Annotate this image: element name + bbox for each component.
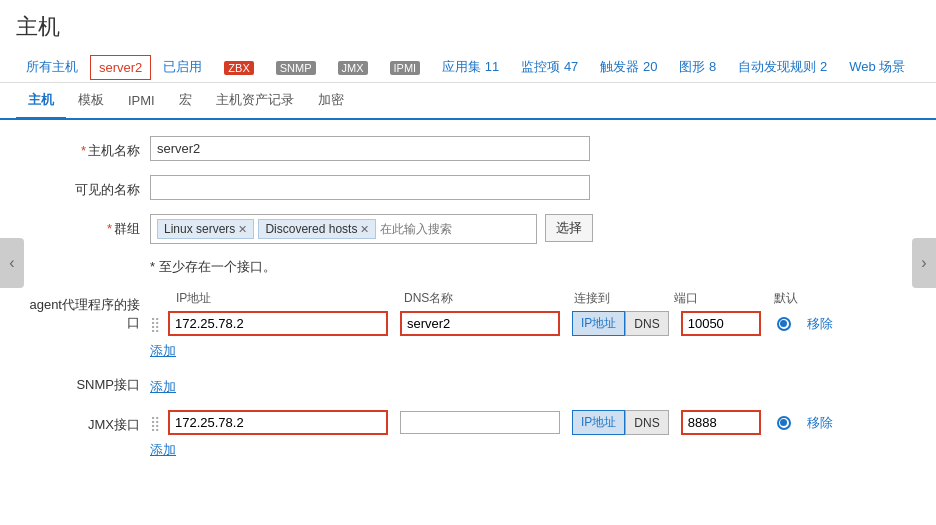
monitor-count: 47 bbox=[564, 59, 578, 74]
group-field[interactable]: Linux servers ✕ Discovered hosts ✕ bbox=[150, 214, 537, 244]
group-label: *群组 bbox=[20, 214, 150, 238]
discovery-count: 2 bbox=[820, 59, 827, 74]
snmp-interface-section: SNMP接口 添加 bbox=[20, 376, 916, 396]
hostname-input[interactable] bbox=[150, 136, 590, 161]
agent-interface-row: ⣿ IP地址 DNS bbox=[150, 311, 916, 336]
agent-connect-ip-btn[interactable]: IP地址 bbox=[572, 311, 625, 336]
jmx-badge: JMX bbox=[338, 61, 368, 75]
agent-interface-section: agent代理程序的接口 IP地址 DNS名称 连接到 端口 默认 ⣿ bbox=[20, 290, 916, 360]
jmx-add-link[interactable]: 添加 bbox=[150, 441, 176, 459]
apps-label: 应用集 bbox=[442, 59, 481, 74]
jmx-interface-section: JMX接口 ⣿ IP地址 DNS bbox=[20, 410, 916, 459]
jmx-port-input[interactable] bbox=[681, 410, 761, 435]
jmx-ip-input[interactable] bbox=[168, 410, 388, 435]
chevron-right-icon: › bbox=[921, 254, 926, 272]
visible-name-label: 可见的名称 bbox=[20, 175, 150, 199]
agent-default-radio-inner bbox=[780, 320, 787, 327]
col-header-dns: DNS名称 bbox=[404, 290, 574, 307]
jmx-connect-ip-btn[interactable]: IP地址 bbox=[572, 410, 625, 435]
agent-interface-label: agent代理程序的接口 bbox=[20, 290, 150, 332]
group-row: *群组 Linux servers ✕ Discovered hosts ✕ 选… bbox=[20, 214, 916, 244]
group-tag-linux-remove[interactable]: ✕ bbox=[238, 223, 247, 236]
discovery-label: 自动发现规则 bbox=[738, 59, 816, 74]
nav-zbx[interactable]: ZBX bbox=[214, 54, 263, 81]
jmx-interface-content: ⣿ IP地址 DNS bbox=[150, 410, 916, 459]
agent-connect-dns-btn[interactable]: DNS bbox=[625, 311, 668, 336]
ipmi-badge: IPMI bbox=[390, 61, 421, 75]
drag-handle-agent[interactable]: ⣿ bbox=[150, 316, 160, 332]
group-tag-linux: Linux servers ✕ bbox=[157, 219, 254, 239]
graphs-count: 8 bbox=[709, 59, 716, 74]
hostname-required: * bbox=[81, 143, 86, 158]
agent-ip-input[interactable] bbox=[168, 311, 388, 336]
agent-dns-input[interactable] bbox=[400, 311, 560, 336]
snmp-interface-content: 添加 bbox=[150, 376, 176, 396]
snmp-badge: SNMP bbox=[276, 61, 316, 75]
nav-web[interactable]: Web 场景 bbox=[839, 52, 915, 82]
subnav-template[interactable]: 模板 bbox=[66, 83, 116, 120]
jmx-connect-buttons: IP地址 DNS bbox=[572, 410, 669, 435]
agent-interface-content: IP地址 DNS名称 连接到 端口 默认 ⣿ bbox=[150, 290, 916, 360]
zbx-badge: ZBX bbox=[224, 61, 253, 75]
nav-graphs[interactable]: 图形 8 bbox=[669, 52, 726, 82]
triggers-label: 触发器 bbox=[600, 59, 639, 74]
sub-nav: 主机 模板 IPMI 宏 主机资产记录 加密 bbox=[0, 83, 936, 120]
jmx-connect-dns-btn[interactable]: DNS bbox=[625, 410, 668, 435]
snmp-add-link[interactable]: 添加 bbox=[150, 378, 176, 396]
group-tag-discovered-label: Discovered hosts bbox=[265, 222, 357, 236]
drag-handle-jmx[interactable]: ⣿ bbox=[150, 415, 160, 431]
col-header-port: 端口 bbox=[674, 290, 774, 307]
subnav-macro[interactable]: 宏 bbox=[167, 83, 204, 120]
subnav-host[interactable]: 主机 bbox=[16, 83, 66, 120]
graphs-label: 图形 bbox=[679, 59, 705, 74]
col-header-default: 默认 bbox=[774, 290, 824, 307]
jmx-dns-input[interactable] bbox=[400, 411, 560, 434]
nav-apps[interactable]: 应用集 11 bbox=[432, 52, 509, 82]
agent-add-link[interactable]: 添加 bbox=[150, 342, 176, 360]
jmx-default-radio[interactable] bbox=[777, 416, 791, 430]
apps-count: 11 bbox=[485, 59, 499, 74]
jmx-interface-label: JMX接口 bbox=[20, 410, 150, 434]
monitor-label: 监控项 bbox=[521, 59, 560, 74]
page-header: 主机 bbox=[0, 0, 936, 42]
nav-triggers[interactable]: 触发器 20 bbox=[590, 52, 667, 82]
col-header-ip: IP地址 bbox=[174, 290, 404, 307]
hostname-control bbox=[150, 136, 590, 161]
agent-default-radio[interactable] bbox=[777, 317, 791, 331]
subnav-encrypt[interactable]: 加密 bbox=[306, 83, 356, 120]
nav-jmx-badge[interactable]: JMX bbox=[328, 54, 378, 81]
group-search-input[interactable] bbox=[380, 222, 530, 236]
jmx-default-radio-inner bbox=[780, 419, 787, 426]
subnav-asset[interactable]: 主机资产记录 bbox=[204, 83, 306, 120]
agent-remove-link[interactable]: 移除 bbox=[807, 315, 833, 333]
right-arrow[interactable]: › bbox=[912, 238, 936, 288]
agent-interface-header: IP地址 DNS名称 连接到 端口 默认 bbox=[150, 290, 916, 307]
interface-notice: * 至少存在一个接口。 bbox=[20, 258, 916, 276]
nav-all-hosts[interactable]: 所有主机 bbox=[16, 52, 88, 82]
hostname-label: *主机名称 bbox=[20, 136, 150, 160]
group-tag-discovered: Discovered hosts ✕ bbox=[258, 219, 376, 239]
visible-name-control bbox=[150, 175, 590, 200]
agent-port-input[interactable] bbox=[681, 311, 761, 336]
top-nav: 所有主机 server2 已启用 ZBX SNMP JMX IPMI 应用集 1… bbox=[0, 52, 936, 83]
visible-name-row: 可见的名称 bbox=[20, 175, 916, 200]
nav-ipmi-badge[interactable]: IPMI bbox=[380, 54, 431, 81]
group-select-button[interactable]: 选择 bbox=[545, 214, 593, 242]
col-header-connect: 连接到 bbox=[574, 290, 674, 307]
subnav-ipmi[interactable]: IPMI bbox=[116, 85, 167, 119]
visible-name-input[interactable] bbox=[150, 175, 590, 200]
left-arrow[interactable]: ‹ bbox=[0, 238, 24, 288]
nav-enabled[interactable]: 已启用 bbox=[153, 52, 212, 82]
nav-snmp-badge[interactable]: SNMP bbox=[266, 54, 326, 81]
chevron-left-icon: ‹ bbox=[9, 254, 14, 272]
snmp-interface-label: SNMP接口 bbox=[20, 376, 150, 394]
page-title: 主机 bbox=[16, 12, 920, 42]
agent-connect-buttons: IP地址 DNS bbox=[572, 311, 669, 336]
triggers-count: 20 bbox=[643, 59, 657, 74]
nav-server2[interactable]: server2 bbox=[90, 55, 151, 80]
jmx-remove-link[interactable]: 移除 bbox=[807, 414, 833, 432]
nav-discovery[interactable]: 自动发现规则 2 bbox=[728, 52, 837, 82]
jmx-interface-row: ⣿ IP地址 DNS bbox=[150, 410, 916, 435]
group-tag-discovered-remove[interactable]: ✕ bbox=[360, 223, 369, 236]
nav-monitor[interactable]: 监控项 47 bbox=[511, 52, 588, 82]
